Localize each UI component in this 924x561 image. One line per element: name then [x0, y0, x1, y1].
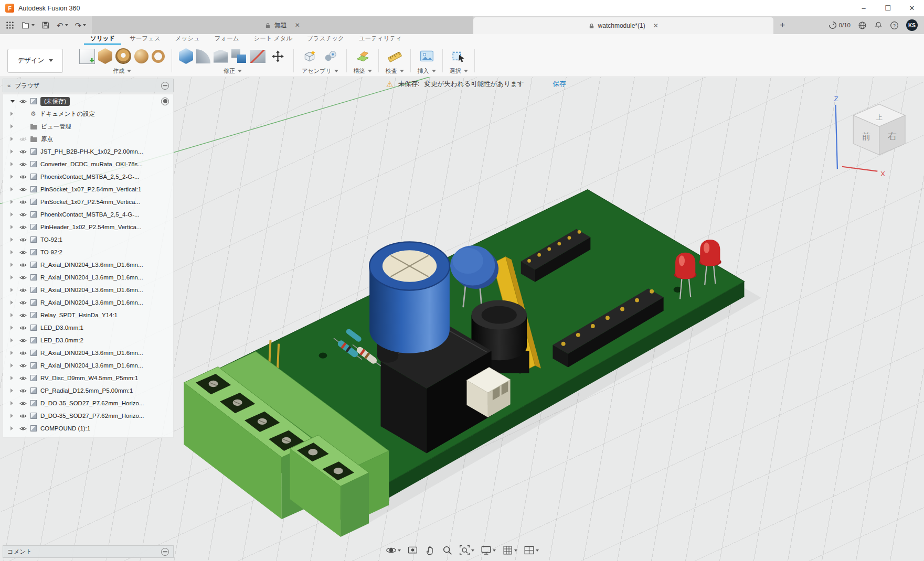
measure-icon[interactable] [386, 48, 403, 64]
close-button[interactable]: ✕ [900, 0, 924, 16]
expand-arrow-icon[interactable] [10, 389, 15, 393]
expand-arrow-icon[interactable] [10, 112, 15, 116]
viewports-icon[interactable] [523, 544, 540, 557]
redo-icon[interactable]: ↷ [72, 18, 89, 32]
browser-item[interactable]: Relay_SPDT_HsinDa_Y14:1 [3, 309, 173, 321]
toolbar-group-label[interactable]: 選択 [450, 67, 468, 75]
dropdown-arrow-icon[interactable] [493, 549, 496, 552]
expand-arrow-icon[interactable] [10, 175, 15, 179]
combine-icon[interactable] [231, 48, 247, 64]
visibility-eye-icon[interactable] [19, 300, 27, 305]
construct-plane-icon[interactable] [354, 48, 371, 64]
browser-item[interactable]: PinHeader_1x02_P2.54mm_Vertica... [3, 221, 173, 233]
browser-item[interactable]: R_Axial_DIN0204_L3.6mm_D1.6mn... [3, 271, 173, 284]
expand-arrow-icon[interactable] [10, 212, 15, 217]
ribbon-tab[interactable]: サーフェス [123, 34, 167, 45]
orbit-icon[interactable] [385, 544, 402, 557]
panel-minimize-icon[interactable] [161, 82, 169, 90]
expand-arrow-icon[interactable] [10, 187, 15, 191]
expand-arrow-icon[interactable] [10, 338, 15, 342]
browser-item[interactable]: 原点 [3, 133, 173, 145]
look-at-icon[interactable] [406, 544, 419, 557]
browser-item[interactable]: D_DO-35_SOD27_P7.62mm_Horizo... [3, 409, 173, 422]
shell-icon[interactable] [214, 50, 228, 63]
dropdown-arrow-icon[interactable] [536, 549, 539, 552]
fillet-icon[interactable] [196, 49, 210, 63]
job-status-icon[interactable]: 0/10 [829, 21, 851, 29]
expand-arrow-icon[interactable] [10, 137, 15, 141]
browser-item[interactable]: RV_Disc_D9mm_W4.5mm_P5mm:1 [3, 372, 173, 384]
help-icon[interactable]: ? [890, 21, 899, 30]
undo-icon[interactable]: ↶ [54, 18, 71, 32]
browser-item[interactable]: Converter_DCDC_muRata_OKI-78s... [3, 158, 173, 170]
document-tab-untitled[interactable]: 無題 ✕ [92, 16, 473, 34]
visibility-eye-icon[interactable] [19, 426, 27, 431]
toolbar-group-label[interactable]: 検査 [386, 67, 404, 75]
expand-arrow-icon[interactable] [10, 225, 15, 229]
visibility-eye-icon[interactable] [19, 175, 27, 179]
coil-icon[interactable] [152, 50, 165, 63]
expand-arrow-icon[interactable] [10, 414, 15, 418]
expand-arrow-icon[interactable] [10, 275, 15, 279]
expand-arrow-icon[interactable] [10, 250, 15, 254]
ribbon-tab[interactable]: シート メタル [248, 34, 299, 45]
visibility-eye-icon[interactable] [19, 263, 27, 267]
visibility-eye-icon[interactable] [19, 363, 27, 368]
browser-item[interactable]: PhoenixContact_MSTBA_2,5_2-G-... [3, 170, 173, 183]
toolbar-group-label[interactable]: アセンブリ [302, 67, 338, 75]
browser-item[interactable]: ビュー管理 [3, 120, 173, 133]
save-link[interactable]: 保存 [553, 80, 566, 89]
expand-arrow-icon[interactable] [10, 288, 15, 292]
avatar[interactable]: KS [906, 19, 918, 31]
document-tab-watchmodule[interactable]: watchmodule*(1) ✕ [473, 17, 773, 34]
expand-arrow-icon[interactable] [10, 313, 15, 317]
maximize-button[interactable]: ☐ [876, 0, 900, 16]
visibility-eye-icon[interactable] [19, 376, 27, 381]
joint-icon[interactable] [322, 48, 339, 64]
browser-item[interactable]: COMPOUND (1):1 [3, 422, 173, 435]
create-sketch-icon[interactable] [79, 49, 95, 64]
expand-arrow-icon[interactable] [10, 401, 15, 405]
visibility-eye-icon[interactable] [19, 326, 27, 330]
expand-arrow-icon[interactable] [10, 363, 15, 368]
browser-item[interactable]: LED_D3.0mm:2 [3, 334, 173, 347]
design-workspace-selector[interactable]: デザイン [7, 49, 63, 73]
dropdown-arrow-icon[interactable] [514, 549, 517, 552]
dropdown-arrow-icon[interactable] [471, 549, 474, 552]
visibility-eye-icon[interactable] [19, 351, 27, 355]
browser-item[interactable]: CP_Radial_D12.5mm_P5.00mm:1 [3, 384, 173, 397]
visibility-eye-icon[interactable] [19, 187, 27, 192]
visibility-eye-icon[interactable] [19, 389, 27, 393]
browser-item[interactable]: LED_D3.0mm:1 [3, 321, 173, 334]
visibility-eye-icon[interactable] [19, 401, 27, 406]
visibility-eye-icon[interactable] [19, 162, 27, 167]
move-copy-icon[interactable] [269, 48, 286, 64]
revolve-icon[interactable] [115, 48, 131, 64]
browser-item[interactable]: ⚙ドキュメントの設定 [3, 107, 173, 120]
ribbon-tab[interactable]: ユーティリティ [353, 34, 408, 45]
browser-item[interactable]: R_Axial_DIN0204_L3.6mm_D1.6mn... [3, 347, 173, 359]
browser-item[interactable]: TO-92:2 [3, 246, 173, 258]
new-tab-button[interactable]: + [773, 16, 791, 34]
visibility-eye-icon[interactable] [19, 225, 27, 230]
expand-arrow-icon[interactable] [10, 100, 15, 103]
browser-item[interactable]: R_Axial_DIN0204_L3.6mm_D1.6mn... [3, 284, 173, 296]
expand-arrow-icon[interactable] [10, 326, 15, 330]
browser-item[interactable]: PinSocket_1x07_P2.54mm_Vertical:1 [3, 183, 173, 196]
insert-image-icon[interactable] [418, 48, 436, 64]
toolbar-group-label[interactable]: 修正 [224, 67, 242, 75]
collapse-panel-icon[interactable] [7, 82, 10, 89]
expand-arrow-icon[interactable] [10, 149, 15, 154]
select-icon[interactable] [450, 48, 468, 64]
extrude-icon[interactable] [98, 48, 112, 64]
browser-item[interactable]: TO-92:1 [3, 233, 173, 246]
browser-item[interactable]: R_Axial_DIN0204_L3.6mm_D1.6mn... [3, 296, 173, 309]
tab-close-icon[interactable]: ✕ [653, 22, 659, 29]
expand-arrow-icon[interactable] [10, 426, 15, 430]
visibility-eye-icon[interactable] [19, 99, 27, 104]
pan-icon[interactable] [423, 544, 437, 557]
globe-icon[interactable] [858, 21, 867, 30]
split-icon[interactable] [250, 50, 265, 63]
visibility-eye-icon[interactable] [19, 275, 27, 280]
minimize-button[interactable]: – [852, 0, 876, 16]
